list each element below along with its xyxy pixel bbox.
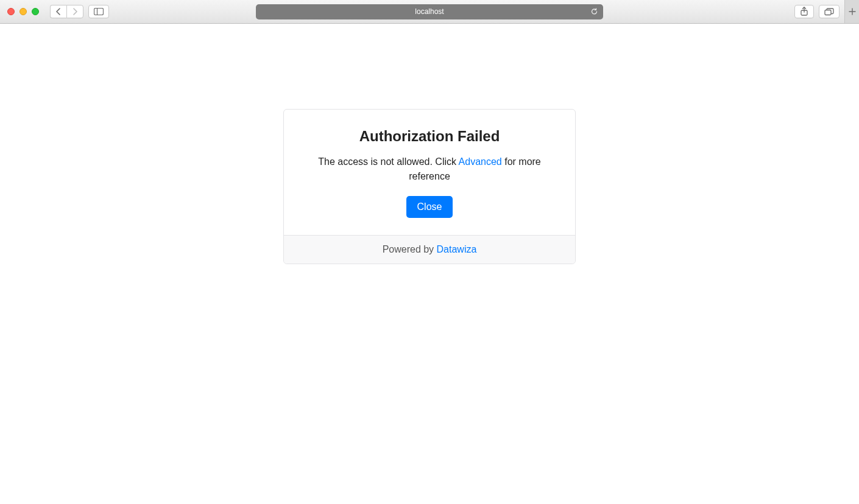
chevron-left-icon [55,8,62,15]
dialog-title: Authorization Failed [301,128,558,145]
card-body: Authorization Failed The access is not a… [284,110,575,235]
svg-rect-3 [825,10,831,15]
dialog-message: The access is not allowed. Click Advance… [301,155,558,184]
brand-link[interactable]: Datawiza [437,244,477,254]
sidebar-toggle-button[interactable] [88,5,109,18]
address-bar[interactable]: localhost [256,4,603,19]
tabs-icon [824,8,834,16]
powered-by-label: Powered by [383,244,437,254]
reload-icon [590,8,598,16]
close-button[interactable]: Close [406,196,453,218]
forward-button[interactable] [66,5,83,18]
window-close-button[interactable] [7,8,15,15]
share-icon [800,7,808,16]
window-maximize-button[interactable] [32,8,39,15]
toolbar-right-group [794,0,854,23]
nav-button-group [50,5,83,18]
address-bar-url: localhost [415,7,444,16]
plus-icon [849,8,856,15]
window-controls [7,8,39,15]
card-footer: Powered by Datawiza [284,235,575,264]
svg-rect-0 [94,9,104,15]
dialog-message-prefix: The access is not allowed. Click [318,156,458,167]
new-tab-button[interactable] [844,0,859,23]
window-minimize-button[interactable] [19,8,27,15]
tabs-overview-button[interactable] [819,5,840,18]
back-button[interactable] [50,5,66,18]
auth-failed-card: Authorization Failed The access is not a… [283,109,576,264]
page-content: Authorization Failed The access is not a… [0,24,859,504]
browser-toolbar: localhost [0,0,859,24]
sidebar-icon [94,8,104,15]
share-button[interactable] [794,5,814,18]
chevron-right-icon [72,8,78,15]
reload-button[interactable] [590,8,598,16]
advanced-link[interactable]: Advanced [459,156,502,167]
